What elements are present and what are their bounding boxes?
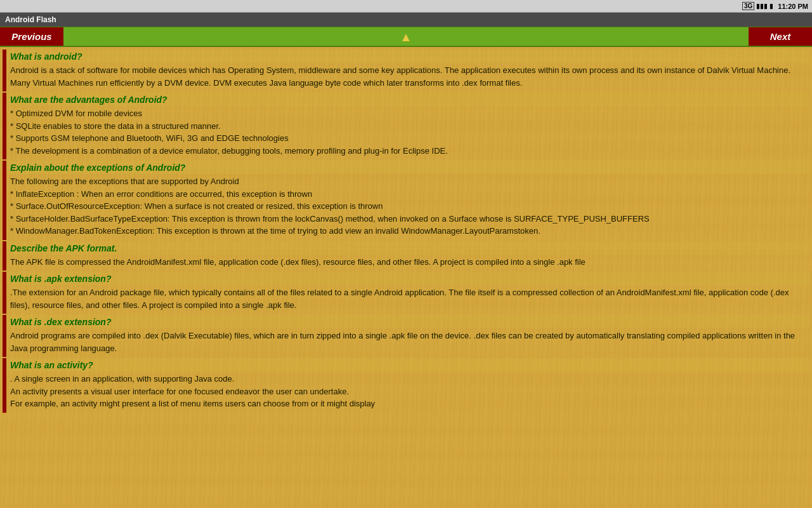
up-arrow-icon: ▲ xyxy=(400,30,412,43)
qa-body: .The extension for an Android package fi… xyxy=(6,285,809,314)
previous-button[interactable]: Previous xyxy=(0,27,63,46)
status-icons: 3G ▮▮▮ ▮ 11:20 PM xyxy=(742,2,808,10)
battery-icon: ▮ xyxy=(769,3,773,10)
qa-body: The APK file is compressed the AndroidMa… xyxy=(6,255,809,271)
qa-body: The following are the exceptions that ar… xyxy=(6,174,809,240)
content-area[interactable]: What is android?Android is a stack of so… xyxy=(0,47,812,508)
app-title: Android Flash xyxy=(5,15,56,24)
qa-section: What is android?Android is a stack of so… xyxy=(3,50,809,91)
qa-body: . A single screen in an application, wit… xyxy=(6,371,809,413)
network-3g-icon: 3G xyxy=(742,2,754,10)
qa-heading: What is .apk extension? xyxy=(6,272,809,285)
qa-heading: What is android? xyxy=(6,50,809,63)
qa-body: * Optimized DVM for mobile devices * SQL… xyxy=(6,106,809,159)
status-time: 11:20 PM xyxy=(778,3,808,10)
status-bar: 3G ▮▮▮ ▮ 11:20 PM xyxy=(0,0,812,13)
qa-section: Describe the APK format.The APK file is … xyxy=(3,241,809,271)
qa-section: What is an activity?. A single screen in… xyxy=(3,358,809,413)
nav-bar: Previous ▲ Next xyxy=(0,27,812,47)
qa-body: Android is a stack of software for mobil… xyxy=(6,63,809,91)
qa-heading: What is an activity? xyxy=(6,358,809,371)
qa-heading: What is .dex extension? xyxy=(6,315,809,328)
qa-section: What is .dex extension?Android programs … xyxy=(3,315,809,357)
qa-section: Explain about the exceptions of Android?… xyxy=(3,161,809,240)
qa-heading: What are the advantages of Android? xyxy=(6,93,809,106)
title-bar: Android Flash xyxy=(0,13,812,27)
next-button[interactable]: Next xyxy=(749,27,812,46)
qa-heading: Describe the APK format. xyxy=(6,241,809,255)
qa-section: What is .apk extension?.The extension fo… xyxy=(3,272,809,314)
qa-body: Android programs are compiled into .dex … xyxy=(6,328,809,357)
qa-section: What are the advantages of Android?* Opt… xyxy=(3,93,809,159)
signal-icon: ▮▮▮ xyxy=(756,3,768,10)
qa-heading: Explain about the exceptions of Android? xyxy=(6,161,809,174)
